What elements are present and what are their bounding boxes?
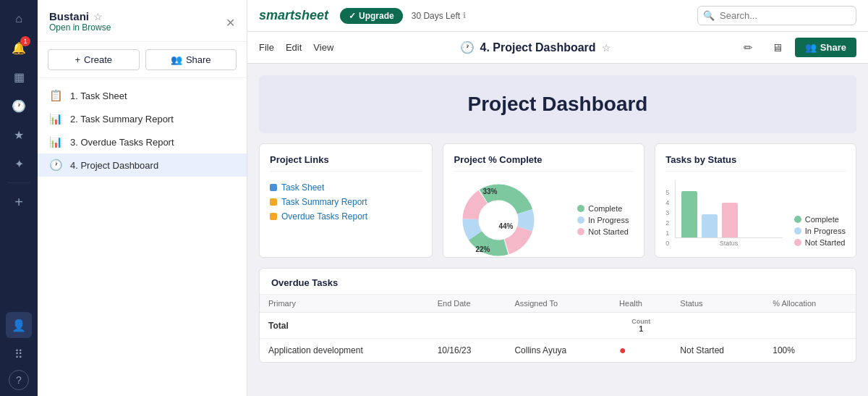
health-indicator: ● <box>619 344 626 356</box>
sidebar-title-row: Bustani ☆ <box>49 10 111 22</box>
toolbar-actions: ✏ 🖥 👥 Share <box>737 36 856 59</box>
sheet-title-area: 🕐 4. Project Dashboard ☆ <box>460 41 611 54</box>
nav-apps[interactable]: ⠿ <box>6 341 32 367</box>
link-task-sheet[interactable]: Task Sheet <box>270 180 422 195</box>
y-label-2: 2 <box>665 219 669 227</box>
col-end-date: End Date <box>429 295 506 313</box>
count-label-text: Count <box>631 318 650 325</box>
bar-chart-container: 5 4 3 2 1 0 <box>665 180 846 247</box>
sidebar-close-icon[interactable]: ✕ <box>226 16 235 30</box>
file-menu[interactable]: File <box>259 39 274 56</box>
create-label: Create <box>84 54 112 65</box>
share-main-label: Share <box>820 42 846 53</box>
sidebar-items: 📋 1. Task Sheet 📊 2. Task Summary Report… <box>38 78 247 396</box>
row-health: ● <box>610 339 671 363</box>
nav-recent[interactable]: 🕐 <box>6 93 32 119</box>
toolbar-menu: File Edit View <box>259 39 333 56</box>
info-icon: ℹ <box>463 11 466 20</box>
sidebar: Bustani ☆ Open in Browse ✕ + Create 👥 Sh… <box>38 0 247 396</box>
nav-add[interactable]: + <box>6 189 32 215</box>
donut-chart-area: Complete In Progress Not Started <box>454 180 634 260</box>
sidebar-item-4-label: 4. Project Dashboard <box>70 160 235 171</box>
sheet-star-icon[interactable]: ☆ <box>602 42 611 54</box>
legend-dot-inprogress <box>577 216 584 224</box>
sidebar-star-icon[interactable]: ☆ <box>93 11 103 22</box>
col-health: Health <box>610 295 671 313</box>
edit-menu[interactable]: Edit <box>286 39 302 56</box>
row-assigned-to: Collins Ayuya <box>506 339 610 363</box>
task-sheet-icon: 📋 <box>49 89 63 102</box>
tasks-by-status-title: Tasks by Status <box>665 154 846 172</box>
view-menu[interactable]: View <box>313 39 333 56</box>
edit-button[interactable]: ✏ <box>737 36 760 59</box>
nav-favorites[interactable]: ★ <box>6 122 32 148</box>
days-left-text: 30 Days Left <box>412 11 460 21</box>
count-cell: Count 1 <box>619 318 663 333</box>
sheet-clock-icon: 🕐 <box>460 41 475 54</box>
upgrade-button[interactable]: ✓ Upgrade <box>340 8 403 24</box>
sidebar-item-3-label: 3. Overdue Tasks Report <box>70 137 235 148</box>
overdue-tasks-card: Overdue Tasks Primary End Date Assigned … <box>259 268 856 363</box>
link-task-summary[interactable]: Task Summary Report <box>270 195 422 209</box>
col-status: Status <box>671 295 764 313</box>
row-primary: Application development <box>260 339 429 363</box>
nav-help[interactable]: ? <box>9 370 29 390</box>
nav-home[interactable]: ⌂ <box>6 6 32 32</box>
share-sidebar-label: Share <box>186 54 211 65</box>
count-value: 1 <box>639 325 643 333</box>
link-label-task-sheet: Task Sheet <box>281 182 324 193</box>
create-button[interactable]: + Create <box>48 49 140 70</box>
sheet-toolbar: File Edit View 🕐 4. Project Dashboard ☆ … <box>247 32 868 64</box>
bar-legend: Complete In Progress Not Started <box>794 215 846 247</box>
bar-group-complete <box>681 191 697 237</box>
bar-group-inprogress <box>702 214 718 237</box>
overdue-table: Primary End Date Assigned To Health Stat… <box>260 295 856 362</box>
notification-badge: 1 <box>20 36 30 46</box>
sidebar-item-2-label: 2. Task Summary Report <box>70 114 235 125</box>
bar-legend-dot-complete <box>794 216 801 223</box>
bar-legend-notstarted: Not Started <box>794 238 846 247</box>
total-health: Count 1 <box>610 313 671 339</box>
topbar: smartsheet ✓ Upgrade 30 Days Left ℹ 🔍 <box>247 0 868 32</box>
project-complete-title: Project % Complete <box>454 154 634 172</box>
sidebar-item-overdue-tasks[interactable]: 📊 3. Overdue Tasks Report <box>38 130 247 153</box>
search-area: 🔍 <box>697 6 856 25</box>
nav-contacts[interactable]: 👤 <box>6 312 32 338</box>
nav-rail: ⌂ 🔔 1 ▦ 🕐 ★ ✦ + 👤 ⠿ ? <box>0 0 38 396</box>
link-dot-task-summary <box>270 198 277 206</box>
sidebar-item-task-sheet[interactable]: 📋 1. Task Sheet <box>38 84 247 107</box>
project-links-card: Project Links Task Sheet Task Summary Re… <box>259 143 433 258</box>
total-status <box>671 313 764 339</box>
sidebar-header: Bustani ☆ Open in Browse ✕ <box>38 0 247 42</box>
main-area: smartsheet ✓ Upgrade 30 Days Left ℹ 🔍 Fi… <box>247 0 868 396</box>
bar-group-notstarted <box>722 203 738 237</box>
table-row: Application development 10/16/23 Collins… <box>260 339 856 363</box>
donut-chart <box>459 180 538 260</box>
sidebar-item-task-summary[interactable]: 📊 2. Task Summary Report <box>38 107 247 130</box>
overdue-tasks-icon: 📊 <box>49 135 63 148</box>
y-label-1: 1 <box>665 229 669 237</box>
dashboard-header: Project Dashboard <box>259 75 856 133</box>
nav-browse[interactable]: ▦ <box>6 64 32 90</box>
legend-complete: Complete <box>577 204 629 213</box>
present-button[interactable]: 🖥 <box>766 36 789 59</box>
legend-label-complete: Complete <box>588 204 622 213</box>
col-primary: Primary <box>260 295 429 313</box>
link-overdue-tasks[interactable]: Overdue Tasks Report <box>270 209 422 224</box>
sidebar-actions: + Create 👥 Share <box>38 42 247 78</box>
share-sidebar-button[interactable]: 👥 Share <box>145 49 237 70</box>
nav-solutions[interactable]: ✦ <box>6 151 32 177</box>
upgrade-check-icon: ✓ <box>349 11 356 21</box>
share-main-button[interactable]: 👥 Share <box>795 38 856 57</box>
bars <box>675 180 782 238</box>
sidebar-item-1-label: 1. Task Sheet <box>70 90 235 101</box>
search-input[interactable] <box>697 6 856 25</box>
bar-legend-dot-inprogress <box>794 227 801 235</box>
bar-legend-dot-notstarted <box>794 239 801 246</box>
row-status: Not Started <box>671 339 764 363</box>
nav-notifications[interactable]: 🔔 1 <box>6 35 32 61</box>
sidebar-item-project-dashboard[interactable]: 🕐 4. Project Dashboard <box>38 153 247 177</box>
legend-notstarted: Not Started <box>577 227 629 236</box>
donut-center <box>480 201 518 240</box>
open-browse-link[interactable]: Open in Browse <box>49 22 111 35</box>
